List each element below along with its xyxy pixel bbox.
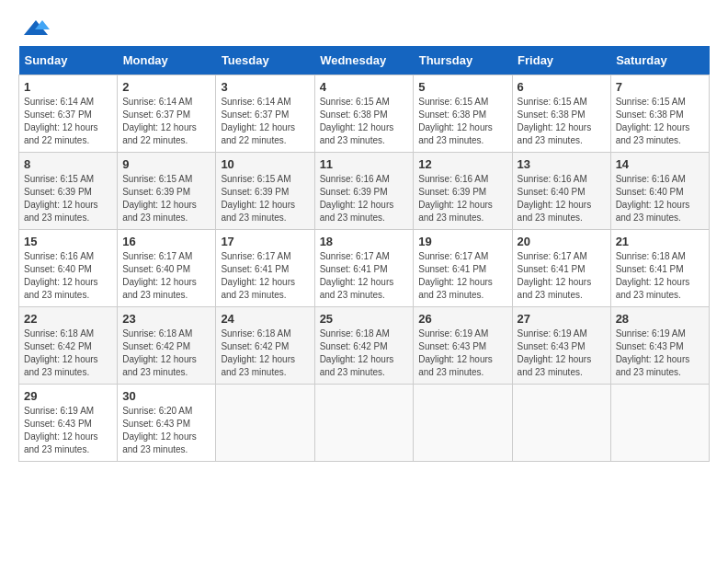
daylight-minutes: and 23 minutes. [122, 213, 188, 223]
sunrise-label: Sunrise: 6:19 AM [418, 328, 488, 339]
sunrise-label: Sunrise: 6:15 AM [518, 97, 587, 107]
sunset-label: Sunset: 6:37 PM [122, 109, 190, 120]
sunrise-label: Sunrise: 6:17 AM [221, 251, 290, 261]
sunset-label: Sunset: 6:41 PM [418, 264, 486, 274]
day-number: 21 [616, 235, 704, 248]
daylight-label: Daylight: 12 hours [518, 200, 592, 210]
sunset-label: Sunset: 6:40 PM [616, 187, 684, 197]
day-info: Sunrise: 6:16 AM Sunset: 6:40 PM Dayligh… [24, 250, 112, 302]
day-cell: 25 Sunrise: 6:18 AM Sunset: 6:42 PM Dayl… [314, 307, 414, 385]
day-cell: 19 Sunrise: 6:17 AM Sunset: 6:41 PM Dayl… [414, 230, 512, 307]
sunset-label: Sunset: 6:39 PM [24, 187, 92, 197]
daylight-minutes: and 23 minutes. [221, 213, 286, 223]
sunset-label: Sunset: 6:42 PM [24, 341, 92, 351]
sunrise-label: Sunrise: 6:15 AM [122, 174, 192, 184]
sunset-label: Sunset: 6:42 PM [320, 341, 388, 351]
day-cell: 4 Sunrise: 6:15 AM Sunset: 6:38 PM Dayli… [314, 75, 414, 153]
logo [18, 18, 50, 37]
day-number: 9 [122, 157, 210, 171]
day-cell: 26 Sunrise: 6:19 AM Sunset: 6:43 PM Dayl… [414, 307, 512, 385]
daylight-minutes: and 23 minutes. [122, 290, 188, 300]
day-info: Sunrise: 6:15 AM Sunset: 6:38 PM Dayligh… [320, 96, 409, 147]
day-info: Sunrise: 6:16 AM Sunset: 6:39 PM Dayligh… [320, 173, 409, 224]
daylight-minutes: and 23 minutes. [320, 213, 385, 223]
sunset-label: Sunset: 6:42 PM [221, 341, 289, 351]
sunset-label: Sunset: 6:38 PM [418, 109, 486, 120]
week-row-3: 15 Sunrise: 6:16 AM Sunset: 6:40 PM Dayl… [19, 230, 710, 307]
sunrise-label: Sunrise: 6:15 AM [320, 97, 390, 107]
daylight-label: Daylight: 12 hours [122, 200, 197, 210]
sunrise-label: Sunrise: 6:18 AM [122, 328, 192, 339]
daylight-label: Daylight: 12 hours [122, 122, 197, 132]
day-cell: 3 Sunrise: 6:14 AM Sunset: 6:37 PM Dayli… [216, 75, 314, 153]
day-cell: 28 Sunrise: 6:19 AM Sunset: 6:43 PM Dayl… [610, 307, 709, 385]
day-info: Sunrise: 6:18 AM Sunset: 6:42 PM Dayligh… [122, 327, 210, 379]
logo-icon [22, 18, 50, 37]
daylight-minutes: and 23 minutes. [320, 367, 385, 377]
day-number: 20 [518, 235, 606, 248]
sunset-label: Sunset: 6:40 PM [24, 264, 92, 274]
sunrise-label: Sunrise: 6:16 AM [320, 174, 390, 184]
daylight-minutes: and 23 minutes. [518, 213, 583, 223]
day-number: 4 [320, 80, 409, 94]
sunrise-label: Sunrise: 6:16 AM [616, 174, 686, 184]
day-info: Sunrise: 6:18 AM Sunset: 6:42 PM Dayligh… [24, 327, 112, 379]
day-cell: 27 Sunrise: 6:19 AM Sunset: 6:43 PM Dayl… [512, 307, 610, 385]
sunrise-label: Sunrise: 6:17 AM [122, 251, 192, 261]
day-info: Sunrise: 6:18 AM Sunset: 6:42 PM Dayligh… [221, 327, 309, 379]
day-cell: 16 Sunrise: 6:17 AM Sunset: 6:40 PM Dayl… [118, 230, 216, 307]
day-info: Sunrise: 6:19 AM Sunset: 6:43 PM Dayligh… [616, 327, 704, 379]
day-number: 27 [518, 312, 606, 326]
day-cell [314, 385, 414, 462]
day-info: Sunrise: 6:17 AM Sunset: 6:41 PM Dayligh… [320, 250, 409, 302]
day-number: 8 [24, 157, 112, 171]
day-info: Sunrise: 6:17 AM Sunset: 6:41 PM Dayligh… [221, 250, 309, 302]
sunset-label: Sunset: 6:41 PM [616, 264, 684, 274]
day-info: Sunrise: 6:15 AM Sunset: 6:38 PM Dayligh… [616, 96, 704, 147]
daylight-label: Daylight: 12 hours [24, 122, 98, 132]
sunset-label: Sunset: 6:37 PM [221, 109, 289, 120]
day-number: 10 [221, 157, 309, 171]
day-number: 5 [418, 80, 506, 94]
daylight-minutes: and 23 minutes. [24, 213, 89, 223]
day-cell: 10 Sunrise: 6:15 AM Sunset: 6:39 PM Dayl… [216, 153, 314, 230]
day-info: Sunrise: 6:15 AM Sunset: 6:38 PM Dayligh… [418, 96, 506, 147]
daylight-minutes: and 23 minutes. [518, 367, 583, 377]
sunrise-label: Sunrise: 6:16 AM [418, 174, 488, 184]
day-cell: 5 Sunrise: 6:15 AM Sunset: 6:38 PM Dayli… [414, 75, 512, 153]
day-cell: 15 Sunrise: 6:16 AM Sunset: 6:40 PM Dayl… [19, 230, 118, 307]
day-cell: 24 Sunrise: 6:18 AM Sunset: 6:42 PM Dayl… [216, 307, 314, 385]
day-info: Sunrise: 6:17 AM Sunset: 6:40 PM Dayligh… [122, 250, 210, 302]
daylight-label: Daylight: 12 hours [24, 277, 98, 287]
daylight-label: Daylight: 12 hours [122, 431, 197, 442]
day-info: Sunrise: 6:14 AM Sunset: 6:37 PM Dayligh… [221, 96, 309, 147]
daylight-label: Daylight: 12 hours [418, 122, 493, 132]
day-cell: 1 Sunrise: 6:14 AM Sunset: 6:37 PM Dayli… [19, 75, 118, 153]
day-number: 22 [24, 312, 112, 326]
day-number: 24 [221, 312, 309, 326]
sunset-label: Sunset: 6:38 PM [616, 109, 684, 120]
daylight-minutes: and 23 minutes. [24, 290, 89, 300]
sunrise-label: Sunrise: 6:14 AM [122, 97, 192, 107]
day-cell [512, 385, 610, 462]
daylight-label: Daylight: 12 hours [418, 277, 493, 287]
day-info: Sunrise: 6:17 AM Sunset: 6:41 PM Dayligh… [418, 250, 506, 302]
column-header-saturday: Saturday [610, 46, 709, 75]
daylight-label: Daylight: 12 hours [320, 200, 394, 210]
day-cell: 6 Sunrise: 6:15 AM Sunset: 6:38 PM Dayli… [512, 75, 610, 153]
day-cell [610, 385, 709, 462]
day-number: 1 [24, 80, 112, 94]
day-number: 29 [24, 389, 112, 403]
daylight-label: Daylight: 12 hours [24, 431, 98, 442]
day-info: Sunrise: 6:17 AM Sunset: 6:41 PM Dayligh… [518, 250, 606, 302]
daylight-minutes: and 23 minutes. [320, 135, 385, 145]
day-number: 25 [320, 312, 409, 326]
daylight-minutes: and 23 minutes. [24, 444, 89, 454]
sunset-label: Sunset: 6:41 PM [320, 264, 388, 274]
daylight-minutes: and 23 minutes. [418, 367, 483, 377]
daylight-label: Daylight: 12 hours [24, 354, 98, 364]
day-info: Sunrise: 6:15 AM Sunset: 6:39 PM Dayligh… [122, 173, 210, 224]
sunset-label: Sunset: 6:40 PM [518, 187, 586, 197]
daylight-label: Daylight: 12 hours [320, 277, 394, 287]
sunrise-label: Sunrise: 6:16 AM [518, 174, 587, 184]
